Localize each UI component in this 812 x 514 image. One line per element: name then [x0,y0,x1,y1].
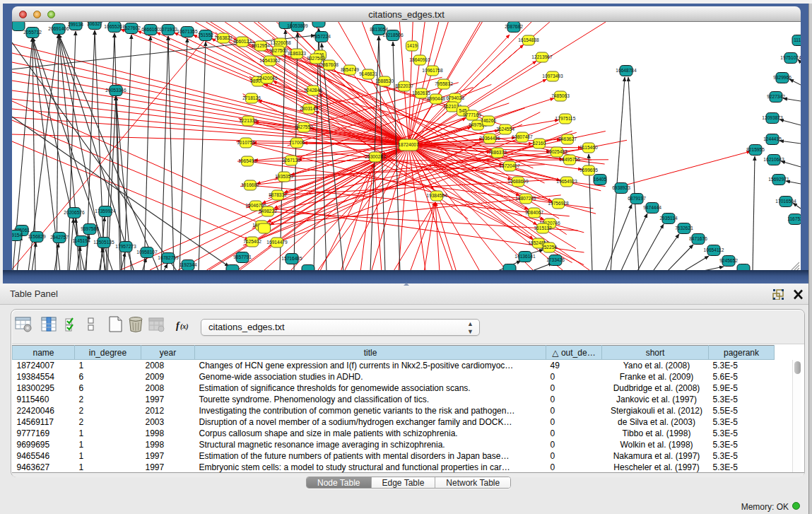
svg-text:1145194: 1145194 [72,238,90,243]
svg-text:306327: 306327 [87,22,102,26]
svg-text:8427552: 8427552 [295,124,313,129]
svg-text:1192344: 1192344 [179,262,197,267]
svg-text:3624554: 3624554 [496,127,514,132]
svg-text:10654112: 10654112 [704,247,724,252]
svg-text:9245652: 9245652 [719,258,738,263]
svg-text:2803144: 2803144 [300,106,318,111]
svg-text:8813054: 8813054 [370,27,388,32]
svg-text:17975115: 17975115 [555,116,576,121]
svg-text:299134: 299134 [68,22,83,27]
svg-text:16648784: 16648784 [616,68,637,73]
svg-text:9242846: 9242846 [304,88,322,93]
svg-text:6938923: 6938923 [612,185,630,190]
svg-text:15692971: 15692971 [768,177,789,182]
svg-text:12213967: 12213967 [531,54,553,59]
svg-text:16543362: 16543362 [259,58,281,63]
svg-text:1419: 1419 [407,43,418,48]
svg-text:19218506: 19218506 [382,33,404,37]
svg-text:1117: 1117 [794,37,801,42]
svg-text:1221339: 1221339 [239,118,257,123]
svg-text:1010755: 1010755 [237,140,255,145]
svg-text:2055712: 2055712 [23,30,42,35]
svg-text:9327508: 9327508 [307,56,325,61]
svg-text:10671355: 10671355 [177,29,198,34]
svg-text:18495756: 18495756 [559,157,580,162]
svg-text:10958107: 10958107 [136,250,158,255]
svg-text:1156829: 1156829 [28,234,46,239]
svg-text:1965493: 1965493 [238,158,257,163]
svg-text:10688609: 10688609 [507,179,529,184]
svg-text:252254: 252254 [541,245,557,250]
svg-text:12505135: 12505135 [93,240,114,245]
svg-text:10961758: 10961758 [422,68,443,73]
svg-text:746266: 746266 [481,118,496,123]
svg-text:16053809: 16053809 [287,23,308,28]
svg-text:1362615: 1362615 [412,90,430,95]
svg-text:6879197: 6879197 [628,196,646,201]
svg-text:19751074: 19751074 [780,55,801,60]
svg-text:2867608: 2867608 [320,62,339,67]
svg-text:8215955: 8215955 [746,147,765,152]
svg-text:19654923: 19654923 [556,179,577,184]
svg-text:16782759: 16782759 [158,255,179,260]
svg-text:7886372: 7886372 [488,150,507,155]
svg-text:8854749: 8854749 [341,67,359,72]
svg-text:9463627: 9463627 [558,136,577,141]
svg-text:10807487: 10807487 [512,134,533,139]
svg-text:751552: 751552 [198,33,213,37]
svg-text:2087682: 2087682 [505,24,523,29]
svg-text:2935114: 2935114 [659,216,678,221]
svg-text:12093873: 12093873 [762,115,783,120]
svg-text:1071913: 1071913 [159,27,177,32]
svg-text:7625402: 7625402 [243,239,261,244]
svg-text:19384554: 19384554 [426,193,447,198]
svg-text:7485063: 7485063 [551,93,570,98]
svg-text:1244415: 1244415 [763,136,782,141]
svg-text:1615112: 1615112 [534,226,552,230]
svg-text:8322037: 8322037 [395,83,413,88]
svg-text:10025433: 10025433 [546,149,567,154]
svg-text:18807249: 18807249 [515,196,536,201]
svg-text:16914479: 16914479 [266,240,288,245]
svg-text:20691406: 20691406 [48,26,69,31]
svg-text:3267130: 3267130 [282,158,300,163]
svg-text:1733426: 1733426 [546,257,565,262]
svg-text:(x): (x) [180,322,189,331]
svg-text:14136141: 14136141 [514,254,536,259]
svg-text:13226058: 13226058 [270,40,291,45]
svg-text:9329966: 9329966 [773,75,792,80]
svg-text:17016504: 17016504 [775,199,796,204]
svg-text:8660123: 8660123 [233,39,252,44]
svg-text:2718126: 2718126 [242,95,261,100]
svg-text:6794028: 6794028 [446,95,464,100]
svg-text:18640910: 18640910 [409,57,430,62]
svg-text:9857791: 9857791 [233,255,252,259]
svg-text:9777169: 9777169 [463,112,481,117]
svg-text:16154838: 16154838 [518,37,539,42]
svg-text:1527602: 1527602 [122,25,141,30]
svg-text:16405: 16405 [594,177,607,182]
svg-text:10973493: 10973493 [542,74,563,78]
svg-text:1935359: 1935359 [275,174,293,179]
svg-text:5498222: 5498222 [259,209,277,214]
svg-text:8471676: 8471676 [689,236,707,241]
svg-text:15716485: 15716485 [281,256,302,261]
svg-text:22420046: 22420046 [257,76,278,81]
svg-text:9084067: 9084067 [525,210,543,215]
svg-text:7955812: 7955812 [435,81,453,86]
svg-text:20364436: 20364436 [479,136,500,141]
svg-text:8878332: 8878332 [269,192,287,197]
svg-text:8990448: 8990448 [427,96,445,101]
svg-text:1916682: 1916682 [241,182,259,187]
svg-text:9474444: 9474444 [643,205,661,210]
svg-text:18724007: 18724007 [398,142,419,147]
svg-text:20206576: 20206576 [64,210,85,215]
svg-text:8912954: 8912954 [252,43,270,48]
svg-text:19756928: 19756928 [548,201,569,206]
svg-text:8186323: 8186323 [288,51,306,56]
svg-text:20053346: 20053346 [105,88,126,93]
svg-text:39154: 39154 [12,233,22,238]
svg-text:9227342: 9227342 [767,94,785,99]
svg-text:17957273: 17957273 [115,244,136,249]
svg-text:7663822: 7663822 [214,35,233,40]
